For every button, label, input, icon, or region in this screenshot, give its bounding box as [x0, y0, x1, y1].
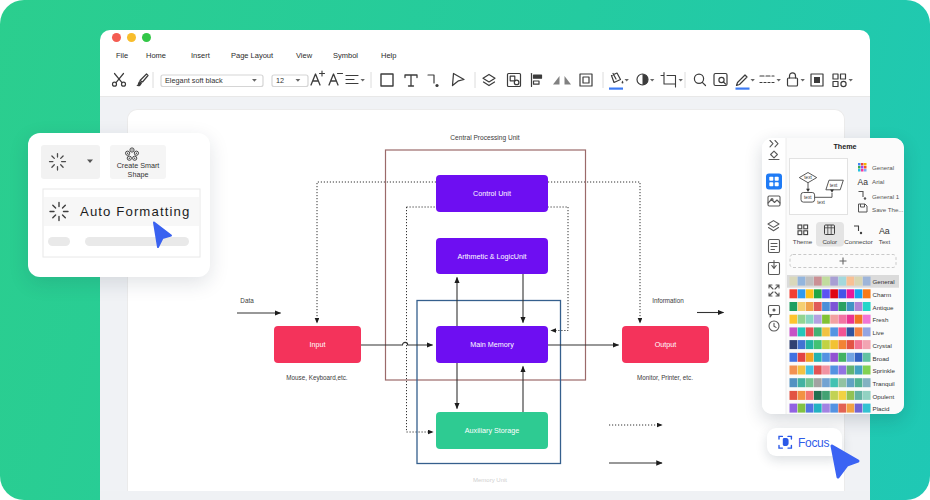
svg-text:Connector: Connector	[844, 238, 873, 245]
svg-text:Charm: Charm	[873, 291, 892, 298]
svg-text:Color: Color	[822, 238, 837, 245]
svg-text:Tranquil: Tranquil	[873, 380, 895, 387]
svg-text:Control Unit: Control Unit	[473, 189, 511, 198]
svg-text:Create Smart: Create Smart	[117, 161, 160, 170]
svg-text:Main Memory: Main Memory	[470, 340, 514, 349]
svg-text:Theme: Theme	[793, 238, 813, 245]
svg-text:Live: Live	[873, 329, 885, 336]
svg-text:Crystal: Crystal	[873, 342, 892, 349]
svg-text:text: text	[804, 175, 812, 180]
svg-text:Output: Output	[655, 340, 677, 349]
svg-text:General: General	[872, 164, 894, 171]
svg-text:Memory Unit: Memory Unit	[473, 477, 507, 483]
svg-text:12: 12	[276, 76, 284, 85]
svg-text:Elegant soft black: Elegant soft black	[165, 76, 223, 85]
svg-text:Shape: Shape	[128, 170, 149, 179]
svg-text:Arthmetic & LogicUnit: Arthmetic & LogicUnit	[457, 252, 526, 261]
svg-text:Auto Formatting: Auto Formatting	[80, 204, 190, 219]
svg-text:Input: Input	[310, 340, 326, 349]
svg-text:Aa: Aa	[879, 226, 890, 236]
svg-text:General: General	[873, 278, 895, 285]
svg-text:Central Processing Unit: Central Processing Unit	[450, 134, 519, 142]
svg-text:Sprinkle: Sprinkle	[873, 367, 896, 374]
svg-text:text: text	[830, 183, 838, 188]
svg-text:text: text	[804, 195, 812, 200]
svg-text:Text: Text	[879, 238, 891, 245]
svg-text:Information: Information	[652, 297, 684, 304]
svg-text:Aa: Aa	[858, 177, 869, 187]
svg-text:Arial: Arial	[872, 178, 884, 185]
svg-text:Data: Data	[240, 297, 254, 304]
svg-text:Broad: Broad	[873, 355, 890, 362]
svg-text:Opulent: Opulent	[873, 393, 895, 400]
svg-text:Auxiliary Storage: Auxiliary Storage	[465, 426, 519, 435]
svg-text:Theme: Theme	[833, 142, 856, 151]
svg-text:General 1: General 1	[872, 193, 900, 200]
svg-text:Antique: Antique	[873, 304, 895, 311]
svg-text:Monitor, Printer, etc.: Monitor, Printer, etc.	[637, 374, 693, 381]
svg-text:Mouse, Keyboard,etc.: Mouse, Keyboard,etc.	[286, 374, 348, 382]
svg-text:Placid: Placid	[873, 405, 890, 412]
svg-text:Save The...: Save The...	[872, 206, 904, 213]
svg-text:text: text	[817, 200, 825, 205]
svg-text:Fresh: Fresh	[873, 316, 889, 323]
